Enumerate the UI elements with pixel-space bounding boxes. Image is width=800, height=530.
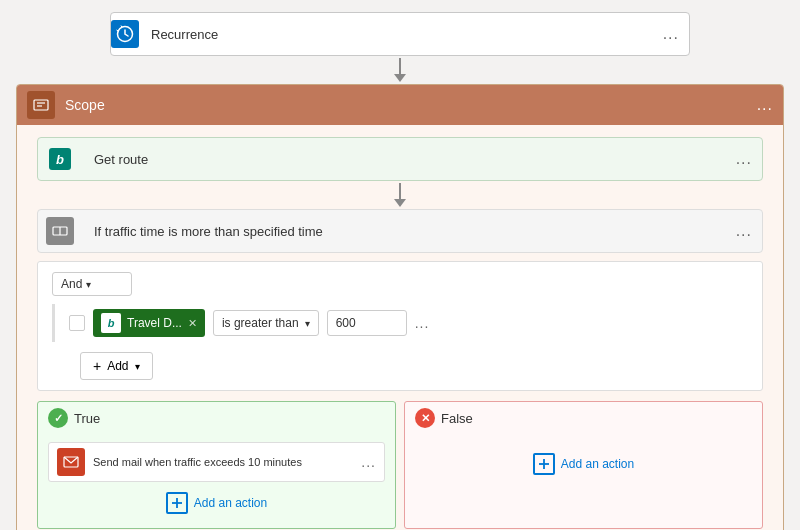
add-condition-label: Add [107, 359, 128, 373]
tf-row: ✓ True Send mail when traffic exceeds [37, 401, 763, 529]
condition-icon [46, 217, 74, 245]
true-add-action-button[interactable]: Add an action [166, 492, 267, 514]
get-route-label: Get route [82, 152, 726, 167]
clock-icon [111, 20, 139, 48]
true-add-action-row: Add an action [48, 482, 385, 520]
condition-label: If traffic time is more than specified t… [82, 224, 726, 239]
get-route-card: b Get route ... [37, 137, 763, 181]
condition-card: If traffic time is more than specified t… [37, 209, 763, 253]
mail-icon [57, 448, 85, 476]
and-dropdown[interactable]: And ▾ [52, 272, 132, 296]
false-add-action-icon [533, 453, 555, 475]
chip-bing-icon: b [101, 313, 121, 333]
add-action-icon [166, 492, 188, 514]
condition-border [52, 304, 55, 342]
connector-arrow-2 [37, 181, 763, 209]
svg-rect-1 [34, 100, 48, 110]
recurrence-label: Recurrence [139, 27, 653, 42]
scope-menu[interactable]: ... [757, 96, 773, 114]
chip-close-icon[interactable]: ✕ [188, 317, 197, 330]
true-add-action-label: Add an action [194, 496, 267, 510]
scope-icon [27, 91, 55, 119]
mail-label: Send mail when traffic exceeds 10 minute… [93, 456, 353, 468]
true-title: True [74, 411, 100, 426]
condition-value-text: 600 [336, 316, 356, 330]
bing-icon: b [49, 148, 71, 170]
false-body: Add an action [405, 434, 762, 494]
add-condition-button[interactable]: + Add ▾ [80, 352, 153, 380]
false-title: False [441, 411, 473, 426]
condition-menu[interactable]: ... [726, 222, 762, 240]
mail-menu[interactable]: ... [361, 454, 376, 470]
add-chevron-icon: ▾ [135, 361, 140, 372]
operator-chevron: ▾ [305, 318, 310, 329]
true-badge: ✓ [48, 408, 68, 428]
scope-container: Scope ... b Get route ... [16, 84, 784, 530]
condition-builder: And ▾ b Travel D... ✕ [37, 261, 763, 391]
scope-body: b Get route ... If traf [17, 125, 783, 530]
condition-value-input[interactable]: 600 [327, 310, 407, 336]
condition-operator-select[interactable]: is greater than ▾ [213, 310, 319, 336]
condition-icon-wrap [38, 211, 82, 251]
scope-header: Scope ... [17, 85, 783, 125]
chip-label: Travel D... [127, 316, 182, 330]
false-add-action-button[interactable]: Add an action [533, 453, 634, 475]
false-add-action-label: Add an action [561, 457, 634, 471]
bing-icon-wrap: b [38, 139, 82, 179]
condition-checkbox[interactable] [69, 315, 85, 331]
condition-row: b Travel D... ✕ is greater than ▾ 600 [52, 304, 748, 342]
and-chevron: ▾ [86, 279, 91, 290]
condition-operator-label: is greater than [222, 316, 299, 330]
scope-label: Scope [65, 97, 757, 113]
true-panel: ✓ True Send mail when traffic exceeds [37, 401, 396, 529]
false-panel: ✕ False Add an action [404, 401, 763, 529]
recurrence-card: Recurrence ... [110, 12, 690, 56]
and-label: And [61, 277, 82, 291]
false-header: ✕ False [405, 402, 762, 434]
false-badge: ✕ [415, 408, 435, 428]
condition-row-menu[interactable]: ... [415, 315, 430, 331]
connector-arrow-1 [16, 56, 784, 84]
recurrence-menu[interactable]: ... [653, 25, 689, 43]
true-body: Send mail when traffic exceeds 10 minute… [38, 434, 395, 528]
true-header: ✓ True [38, 402, 395, 434]
condition-chip: b Travel D... ✕ [93, 309, 205, 337]
get-route-menu[interactable]: ... [726, 150, 762, 168]
add-plus-icon: + [93, 358, 101, 374]
mail-card: Send mail when traffic exceeds 10 minute… [48, 442, 385, 482]
